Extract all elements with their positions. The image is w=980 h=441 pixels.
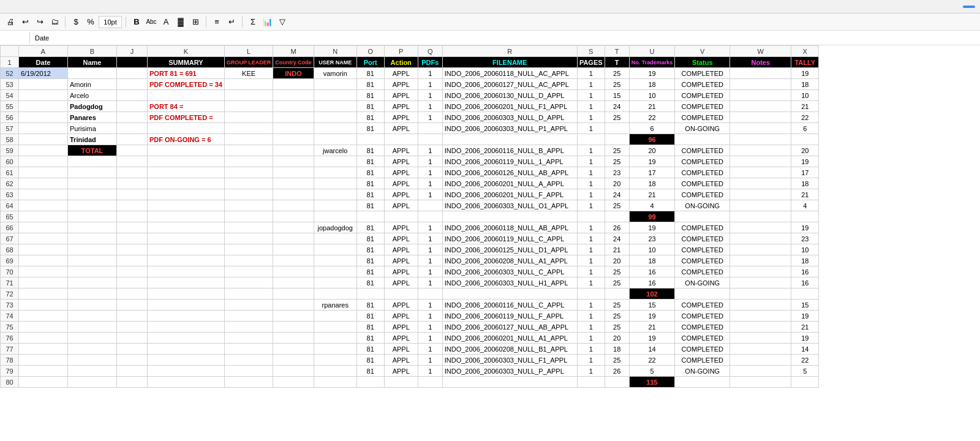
cell[interactable] (675, 377, 730, 388)
col-header-N[interactable]: N (314, 46, 356, 57)
cell[interactable]: 1 (577, 277, 605, 288)
cell[interactable]: INDO_2006_20060201_NULL_A_APPL (442, 178, 577, 189)
header-tally[interactable]: TALLY (791, 57, 819, 68)
cell[interactable]: 10 (791, 90, 819, 101)
cell[interactable] (148, 189, 225, 200)
cell[interactable]: COMPLETED (675, 233, 730, 244)
cell[interactable] (577, 134, 605, 145)
cell[interactable]: 1 (418, 222, 442, 233)
cell[interactable]: INDO_2006_20060303_NULL_P1_APPL (442, 123, 577, 134)
cell[interactable]: 19 (629, 222, 675, 233)
cell[interactable]: APPL (384, 145, 418, 156)
header-trademarks[interactable]: No. Trademarks (629, 57, 675, 68)
cell[interactable] (117, 333, 148, 344)
cell[interactable]: 1 (577, 123, 605, 134)
cell[interactable]: APPL (384, 222, 418, 233)
cell[interactable]: 21 (791, 189, 819, 200)
cell[interactable]: TOTAL (68, 145, 117, 156)
cell[interactable]: 1 (577, 322, 605, 333)
cell[interactable]: COMPLETED (675, 112, 730, 123)
cell[interactable]: 20 (605, 255, 629, 266)
cell[interactable] (19, 112, 68, 123)
cell[interactable]: 18 (605, 344, 629, 355)
col-header-R[interactable]: R (442, 46, 577, 57)
cell[interactable] (148, 366, 225, 377)
cell[interactable]: 81 (356, 189, 384, 200)
cell[interactable]: 14 (791, 344, 819, 355)
cell[interactable]: APPL (384, 68, 418, 79)
cell[interactable] (19, 300, 68, 311)
cell[interactable] (314, 134, 356, 145)
cell[interactable]: 96 (629, 134, 675, 145)
cell[interactable]: 6/19/2012 (19, 68, 68, 79)
cell[interactable]: Padogdog (68, 101, 117, 112)
cell[interactable] (148, 288, 225, 300)
cell[interactable]: INDO_2006_20060201_NULL_F_APPL (442, 189, 577, 200)
header-group-leader[interactable]: GROUP LEADER (224, 57, 273, 68)
cell[interactable] (224, 300, 273, 311)
cell[interactable]: 21 (791, 322, 819, 333)
header-port[interactable]: Port (356, 57, 384, 68)
cell[interactable] (675, 288, 730, 300)
cell[interactable]: Panares (68, 112, 117, 123)
cell[interactable] (442, 288, 577, 300)
cell[interactable] (730, 311, 791, 322)
cell[interactable] (224, 377, 273, 388)
cell[interactable] (148, 90, 225, 101)
cell[interactable] (19, 134, 68, 145)
cell[interactable] (314, 377, 356, 388)
cell[interactable] (68, 189, 117, 200)
cell[interactable] (117, 145, 148, 156)
cell[interactable] (19, 200, 68, 211)
cell[interactable] (117, 134, 148, 145)
font-size-input[interactable] (99, 16, 122, 28)
cell[interactable]: 1 (418, 112, 442, 123)
cell[interactable] (273, 300, 314, 311)
cell[interactable]: 1 (577, 101, 605, 112)
cell[interactable] (117, 200, 148, 211)
cell[interactable] (148, 300, 225, 311)
col-header-O[interactable]: O (356, 46, 384, 57)
wrap-icon[interactable]: ↵ (225, 15, 238, 29)
bold-icon[interactable]: B (130, 15, 143, 29)
cell[interactable] (19, 277, 68, 288)
cell[interactable] (418, 211, 442, 222)
cell[interactable] (418, 200, 442, 211)
cell[interactable]: 25 (605, 300, 629, 311)
cell[interactable] (442, 377, 577, 388)
cell[interactable] (19, 79, 68, 90)
cell[interactable]: INDO_2006_20060303_NULL_P_APPL (442, 366, 577, 377)
cell[interactable]: INDO_2006_20060125_NULL_D1_APPL (442, 244, 577, 255)
cell[interactable]: 25 (605, 311, 629, 322)
cell[interactable]: 15 (605, 90, 629, 101)
cell[interactable]: 10 (629, 244, 675, 255)
cell[interactable]: INDO_2006_20060118_NULL_AC_APPL (442, 68, 577, 79)
cell[interactable] (605, 377, 629, 388)
cell[interactable] (314, 322, 356, 333)
cell[interactable]: 81 (356, 344, 384, 355)
cell[interactable]: 1 (577, 200, 605, 211)
cell[interactable]: 23 (791, 233, 819, 244)
cell[interactable] (273, 377, 314, 388)
cell[interactable]: 25 (605, 156, 629, 167)
cell[interactable] (224, 222, 273, 233)
cell[interactable]: INDO_2006_20060208_NULL_B1_APPL (442, 344, 577, 355)
cell[interactable]: ON-GOING (675, 200, 730, 211)
cell[interactable]: 1 (577, 145, 605, 156)
cell[interactable]: ON-GOING (675, 123, 730, 134)
cell[interactable]: 16 (629, 266, 675, 277)
cell[interactable]: APPL (384, 344, 418, 355)
cell[interactable] (273, 134, 314, 145)
cell[interactable]: 81 (356, 79, 384, 90)
cell[interactable]: 16 (791, 266, 819, 277)
cell[interactable]: INDO_2006_20060116_NULL_C_APPL (442, 300, 577, 311)
cell[interactable]: 19 (629, 333, 675, 344)
cell[interactable] (577, 377, 605, 388)
cell[interactable]: 81 (356, 366, 384, 377)
cell[interactable] (68, 211, 117, 222)
cell[interactable]: 24 (605, 101, 629, 112)
cell[interactable] (117, 211, 148, 222)
cell[interactable]: 81 (356, 101, 384, 112)
cell[interactable]: COMPLETED (675, 322, 730, 333)
cell[interactable]: 1 (418, 311, 442, 322)
